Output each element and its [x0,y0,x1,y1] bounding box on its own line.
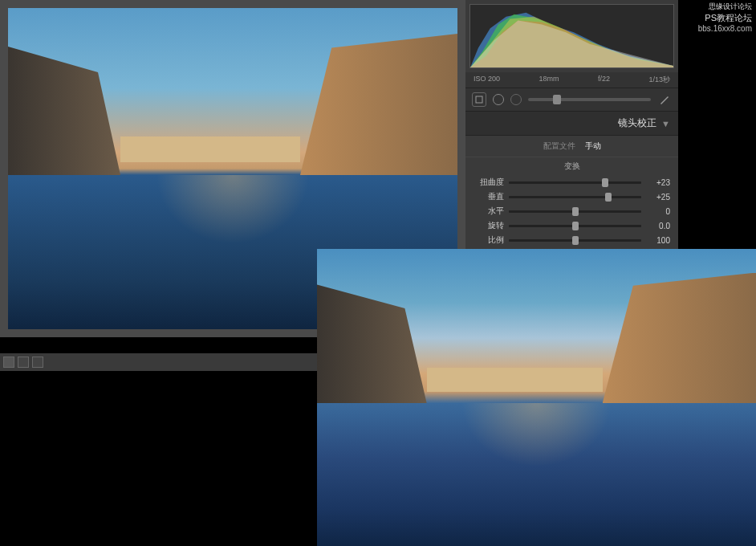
lens-correction-header[interactable]: 镜头校正 ▼ [465,112,678,136]
slider-distortion-value[interactable]: +23 [646,178,670,187]
watermark-url: bbs.16xx8.com [698,24,752,33]
slider-scale-row: 比例 100 [465,233,678,247]
slider-rotate-value[interactable]: 0.0 [646,222,670,230]
exif-shutter: 1/13秒 [648,75,670,85]
slider-thumb[interactable] [572,236,579,245]
slider-horizontal-value[interactable]: 0 [646,207,670,216]
slider-horizontal-row: 水平 0 [465,204,678,218]
slider-thumb[interactable] [572,222,579,230]
spot-tool-icon[interactable] [493,94,504,105]
tool-slider-thumb[interactable] [553,95,561,104]
slider-thumb[interactable] [605,193,612,202]
slider-distortion[interactable] [509,181,641,184]
slider-thumb[interactable] [572,207,579,216]
compare-x-icon[interactable] [18,357,29,368]
exif-iso: ISO 200 [474,75,500,85]
slider-horizontal-label: 水平 [474,206,504,217]
lens-tabs: 配置文件 手动 [465,136,678,157]
slider-scale-value[interactable]: 100 [646,236,670,245]
svg-rect-0 [476,96,482,103]
adjustment-toolbar [465,88,678,112]
scene-buildings-right [300,34,457,175]
histogram[interactable] [469,4,674,68]
scene-buildings-left [8,47,120,175]
scene-reflection [449,403,624,478]
brush-tool-icon[interactable] [657,92,672,107]
slider-scale[interactable] [509,239,641,242]
slider-rotate[interactable] [509,225,641,227]
exif-info-bar: ISO 200 18mm f/22 1/13秒 [465,72,678,88]
compare-y-icon[interactable] [32,357,43,368]
watermark-title: PS教程论坛 [698,12,752,24]
chevron-down-icon: ▼ [661,119,670,128]
watermark: 思缘设计论坛 PS教程论坛 bbs.16xx8.com [698,2,752,33]
redeye-tool-icon[interactable] [510,94,522,105]
tab-profile[interactable]: 配置文件 [543,141,575,152]
result-image-overlay [317,249,756,546]
scene-bridge [120,136,300,162]
slider-vertical[interactable] [509,196,641,198]
scene-buildings-left [317,284,427,403]
slider-vertical-value[interactable]: +25 [646,193,670,202]
slider-rotate-row: 旋转 0.0 [465,218,678,233]
crop-tool-icon[interactable] [472,92,486,107]
slider-rotate-label: 旋转 [474,220,504,231]
grid-view-icon[interactable] [3,357,14,368]
slider-scale-label: 比例 [474,234,504,246]
slider-vertical-row: 垂直 +25 [465,189,678,204]
exif-focal: 18mm [539,75,559,85]
exif-aperture: f/22 [598,75,610,85]
black-background-right [678,0,756,249]
watermark-subtitle: 思缘设计论坛 [698,2,752,12]
scene-reflection [143,175,323,255]
tool-size-slider[interactable] [528,98,651,101]
slider-distortion-row: 扭曲度 +23 [465,175,678,189]
panel-title: 镜头校正 [618,116,656,130]
slider-distortion-label: 扭曲度 [474,177,504,188]
slider-horizontal[interactable] [509,210,641,213]
develop-panel: ISO 200 18mm f/22 1/13秒 镜头校正 ▼ 配置文件 手动 变… [465,0,678,249]
slider-vertical-label: 垂直 [474,191,504,202]
scene-buildings-right [603,273,756,404]
section-transform: 变换 [465,157,678,175]
filmstrip-area [0,353,317,546]
filmstrip-toolbar [0,353,317,371]
tab-manual[interactable]: 手动 [585,141,601,152]
scene-bridge [427,368,603,392]
slider-thumb[interactable] [602,178,608,187]
